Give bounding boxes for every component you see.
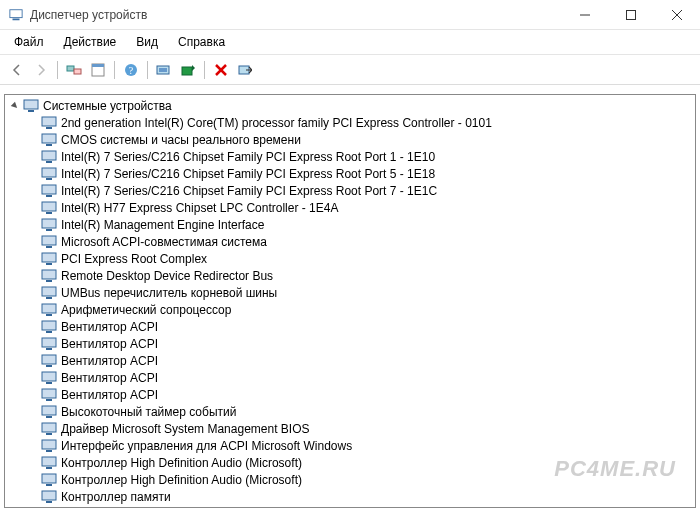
scan-hardware-button[interactable] xyxy=(153,59,175,81)
device-label: Вентилятор ACPI xyxy=(61,388,158,402)
svg-rect-38 xyxy=(42,270,56,279)
menu-action[interactable]: Действие xyxy=(56,32,125,52)
device-icon xyxy=(41,336,57,352)
device-item[interactable]: Вентилятор ACPI xyxy=(41,352,695,369)
help-button[interactable]: ? xyxy=(120,59,142,81)
svg-rect-6 xyxy=(67,66,74,71)
window-title: Диспетчер устройств xyxy=(30,8,562,22)
device-icon xyxy=(41,200,57,216)
svg-rect-52 xyxy=(42,389,56,398)
svg-rect-44 xyxy=(42,321,56,330)
svg-rect-66 xyxy=(42,508,56,509)
device-icon xyxy=(41,251,57,267)
device-item[interactable]: Интерфейс управления для ACPI Microsoft … xyxy=(41,437,695,454)
svg-rect-1 xyxy=(13,18,20,20)
svg-rect-7 xyxy=(74,69,81,74)
svg-rect-32 xyxy=(42,219,56,228)
device-item[interactable]: Intel(R) H77 Express Chipset LPC Control… xyxy=(41,199,695,216)
device-item[interactable]: Вентилятор ACPI xyxy=(41,335,695,352)
device-tree[interactable]: Системные устройства 2nd generation Inte… xyxy=(4,94,696,508)
device-item[interactable]: Вентилятор ACPI xyxy=(41,318,695,335)
maximize-button[interactable] xyxy=(608,0,654,30)
device-item[interactable]: PCI Express Root Complex xyxy=(41,250,695,267)
device-icon xyxy=(41,489,57,505)
menu-help[interactable]: Справка xyxy=(170,32,233,52)
device-item[interactable]: 2nd generation Intel(R) Core(TM) process… xyxy=(41,114,695,131)
svg-rect-48 xyxy=(42,355,56,364)
nav-back-button[interactable] xyxy=(6,59,28,81)
device-label: Арифметический сопроцессор xyxy=(61,303,231,317)
disable-button[interactable] xyxy=(234,59,256,81)
device-label: Intel(R) 7 Series/C216 Chipset Family PC… xyxy=(61,167,435,181)
device-label: Intel(R) Management Engine Interface xyxy=(61,218,264,232)
show-hidden-button[interactable] xyxy=(63,59,85,81)
svg-rect-20 xyxy=(42,117,56,126)
menu-view[interactable]: Вид xyxy=(128,32,166,52)
svg-rect-35 xyxy=(46,246,52,248)
svg-rect-64 xyxy=(42,491,56,500)
device-item[interactable]: Контроллер High Definition Audio (Micros… xyxy=(41,454,695,471)
svg-rect-31 xyxy=(46,212,52,214)
device-item[interactable]: Вентилятор ACPI xyxy=(41,386,695,403)
device-item[interactable]: CMOS системы и часы реального времени xyxy=(41,131,695,148)
device-label: Intel(R) H77 Express Chipset LPC Control… xyxy=(61,201,338,215)
device-item[interactable]: Вентилятор ACPI xyxy=(41,369,695,386)
device-icon xyxy=(41,472,57,488)
svg-rect-33 xyxy=(46,229,52,231)
device-label: Драйвер Microsoft System Management BIOS xyxy=(61,422,310,436)
svg-rect-14 xyxy=(182,67,192,75)
svg-rect-22 xyxy=(42,134,56,143)
svg-rect-65 xyxy=(46,501,52,503)
device-icon xyxy=(41,149,57,165)
device-item[interactable]: Intel(R) 7 Series/C216 Chipset Family PC… xyxy=(41,148,695,165)
svg-rect-0 xyxy=(10,9,22,17)
close-button[interactable] xyxy=(654,0,700,30)
svg-rect-47 xyxy=(46,348,52,350)
device-item[interactable]: Контроллер High Definition Audio (Micros… xyxy=(41,471,695,488)
svg-rect-55 xyxy=(46,416,52,418)
device-item[interactable]: Intel(R) 7 Series/C216 Chipset Family PC… xyxy=(41,182,695,199)
tree-root-node[interactable]: Системные устройства xyxy=(9,97,695,114)
device-icon xyxy=(41,370,57,386)
device-item[interactable]: Контроллер прямого доступа к памяти xyxy=(41,505,695,508)
uninstall-button[interactable] xyxy=(210,59,232,81)
toolbar-separator xyxy=(147,61,148,79)
device-item[interactable]: Microsoft ACPI-совместимая система xyxy=(41,233,695,250)
device-label: 2nd generation Intel(R) Core(TM) process… xyxy=(61,116,492,130)
device-item[interactable]: Драйвер Microsoft System Management BIOS xyxy=(41,420,695,437)
device-label: Вентилятор ACPI xyxy=(61,320,158,334)
svg-rect-53 xyxy=(46,399,52,401)
nav-forward-button[interactable] xyxy=(30,59,52,81)
toolbar-separator xyxy=(57,61,58,79)
svg-rect-51 xyxy=(46,382,52,384)
svg-rect-18 xyxy=(24,100,38,109)
device-icon xyxy=(41,302,57,318)
device-item[interactable]: Remote Desktop Device Redirector Bus xyxy=(41,267,695,284)
svg-rect-34 xyxy=(42,236,56,245)
device-item[interactable]: Intel(R) 7 Series/C216 Chipset Family PC… xyxy=(41,165,695,182)
device-item[interactable]: Intel(R) Management Engine Interface xyxy=(41,216,695,233)
svg-rect-50 xyxy=(42,372,56,381)
svg-rect-49 xyxy=(46,365,52,367)
device-item[interactable]: UMBus перечислитель корневой шины xyxy=(41,284,695,301)
svg-rect-24 xyxy=(42,151,56,160)
collapse-icon[interactable] xyxy=(9,100,21,112)
svg-rect-23 xyxy=(46,144,52,146)
device-item[interactable]: Высокоточный таймер событий xyxy=(41,403,695,420)
svg-rect-63 xyxy=(46,484,52,486)
device-icon xyxy=(41,319,57,335)
device-item[interactable]: Контроллер памяти xyxy=(41,488,695,505)
svg-rect-59 xyxy=(46,450,52,452)
properties-button[interactable] xyxy=(87,59,109,81)
add-legacy-button[interactable] xyxy=(177,59,199,81)
device-icon xyxy=(41,132,57,148)
device-label: Вентилятор ACPI xyxy=(61,354,158,368)
svg-rect-21 xyxy=(46,127,52,129)
svg-rect-13 xyxy=(159,68,167,72)
device-label: Контроллер прямого доступа к памяти xyxy=(61,507,276,509)
device-children: 2nd generation Intel(R) Core(TM) process… xyxy=(9,114,695,508)
menu-file[interactable]: Файл xyxy=(6,32,52,52)
device-icon xyxy=(41,438,57,454)
device-item[interactable]: Арифметический сопроцессор xyxy=(41,301,695,318)
minimize-button[interactable] xyxy=(562,0,608,30)
